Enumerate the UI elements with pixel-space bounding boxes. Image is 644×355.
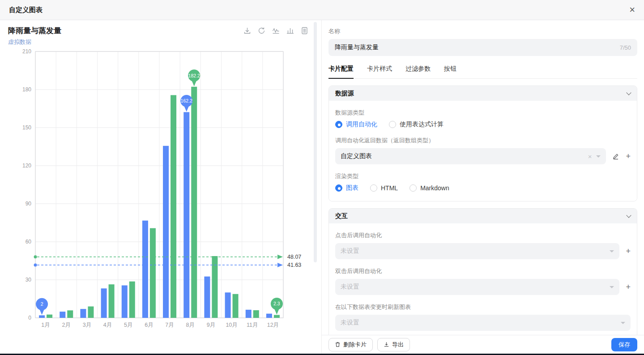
dblclick-automation-select[interactable]: 未设置 — [335, 279, 619, 295]
svg-text:30: 30 — [26, 277, 32, 283]
caret-down-icon — [610, 250, 614, 255]
close-icon[interactable]: × — [629, 5, 635, 15]
edit-pencil-icon[interactable] — [612, 153, 619, 160]
radio-markdown[interactable]: Markdown — [409, 184, 449, 192]
add-dblclick-automation-icon[interactable]: + — [626, 283, 631, 291]
svg-text:41.63: 41.63 — [287, 262, 301, 268]
datasource-card: 数据源 数据源类型 调用自动化 — [328, 86, 637, 201]
click-automation-placeholder: 未设置 — [341, 247, 610, 255]
render-type-options: 图表 HTML Markdown — [335, 184, 631, 192]
config-panel: 名称 降雨量与蒸发量 7/50 卡片配置 卡片样式 过滤参数 按钮 数据源 — [322, 20, 644, 355]
tab-buttons[interactable]: 按钮 — [444, 65, 456, 78]
automation-select[interactable]: 自定义图表 × — [335, 148, 606, 164]
render-type-label: 渲染类型 — [335, 172, 631, 180]
add-click-automation-icon[interactable]: + — [626, 247, 631, 255]
caret-down-icon — [610, 286, 614, 291]
svg-text:6月: 6月 — [145, 322, 153, 328]
radio-dot — [389, 121, 396, 128]
name-label: 名称 — [328, 27, 637, 35]
tab-card-style[interactable]: 卡片样式 — [367, 65, 392, 78]
radio-dot — [370, 184, 377, 192]
name-input[interactable]: 降雨量与蒸发量 7/50 — [328, 39, 637, 56]
datasource-type-label: 数据源类型 — [335, 109, 631, 117]
name-counter: 7/50 — [620, 44, 631, 51]
svg-text:4月: 4月 — [103, 322, 112, 328]
config-scroll-area: 名称 降雨量与蒸发量 7/50 卡片配置 卡片样式 过滤参数 按钮 数据源 — [322, 20, 644, 335]
config-tabs: 卡片配置 卡片样式 过滤参数 按钮 — [328, 65, 637, 79]
radio-dot — [335, 184, 342, 192]
datasource-title: 数据源 — [335, 90, 354, 98]
custom-chart-dialog: 自定义图表 × 降雨量与蒸发量 虚拟数据 — [0, 0, 644, 355]
dblclick-automation-label: 双击后调用自动化 — [335, 267, 631, 275]
svg-text:180: 180 — [22, 86, 31, 93]
svg-text:2月: 2月 — [62, 322, 71, 328]
radio-call-automation[interactable]: 调用自动化 — [335, 120, 377, 128]
svg-text:10月: 10月 — [226, 322, 237, 328]
name-value: 降雨量与蒸发量 — [335, 43, 379, 51]
dialog-header: 自定义图表 × — [0, 0, 644, 20]
export-button[interactable]: 导出 — [377, 338, 410, 351]
click-automation-label: 点击后调用自动化 — [335, 231, 631, 240]
radio-chart[interactable]: 图表 — [335, 184, 358, 192]
chart-panel-scrollbar[interactable] — [314, 22, 317, 262]
caret-down-icon — [621, 322, 625, 326]
delete-card-button[interactable]: 删除卡片 — [328, 338, 373, 351]
svg-text:5月: 5月 — [124, 322, 132, 328]
interaction-card-body: 点击后调用自动化 未设置 + 双击后调用自动化 — [329, 223, 637, 335]
click-automation-select[interactable]: 未设置 — [335, 243, 619, 259]
automation-select-value: 自定义图表 — [341, 152, 588, 160]
svg-text:60: 60 — [26, 239, 32, 245]
radio-html[interactable]: HTML — [370, 184, 398, 192]
svg-text:0: 0 — [28, 315, 31, 321]
radio-expression-calc[interactable]: 使用表达式计算 — [389, 120, 444, 128]
automation-data-label: 调用自动化返回数据（返回数组类型） — [335, 137, 631, 145]
svg-text:8月: 8月 — [186, 322, 195, 328]
caret-down-icon — [596, 155, 601, 160]
svg-text:2: 2 — [41, 301, 43, 307]
radio-dot — [335, 121, 342, 128]
trash-icon — [335, 342, 341, 347]
refresh-on-table-change-label: 在以下数据表变更时刷新图表 — [335, 303, 631, 311]
chart-panel: 降雨量与蒸发量 虚拟数据 03060901201501 — [0, 20, 322, 355]
clear-icon[interactable]: × — [588, 153, 592, 160]
tab-card-config[interactable]: 卡片配置 — [328, 65, 354, 78]
svg-text:210: 210 — [22, 48, 31, 55]
tab-filter-params[interactable]: 过滤参数 — [405, 65, 431, 78]
svg-text:9月: 9月 — [207, 322, 215, 328]
svg-text:11月: 11月 — [247, 322, 258, 328]
svg-text:7月: 7月 — [165, 322, 174, 328]
dialog-title: 自定义图表 — [9, 6, 43, 14]
svg-text:12月: 12月 — [267, 322, 279, 328]
datasource-type-options: 调用自动化 使用表达式计算 — [335, 120, 631, 128]
dblclick-automation-placeholder: 未设置 — [341, 283, 610, 291]
svg-text:150: 150 — [22, 124, 31, 131]
svg-text:182.2: 182.2 — [188, 73, 200, 78]
radio-dot — [409, 184, 417, 192]
svg-text:1月: 1月 — [41, 322, 50, 328]
datasource-card-body: 数据源类型 调用自动化 使用表达式计算 — [329, 101, 637, 201]
svg-text:48.07: 48.07 — [287, 254, 301, 260]
refresh-table-placeholder: 未设置 — [341, 319, 621, 327]
svg-text:90: 90 — [26, 201, 32, 207]
interaction-card-header[interactable]: 交互 — [329, 209, 637, 223]
rainfall-evaporation-chart[interactable]: 03060901201501802101月2月3月4月5月6月7月8月9月10月… — [0, 20, 322, 355]
chevron-down-icon — [626, 213, 631, 218]
svg-text:162.2: 162.2 — [181, 98, 192, 103]
export-download-icon — [384, 342, 389, 347]
refresh-table-select[interactable]: 未设置 — [335, 315, 631, 331]
save-button[interactable]: 保存 — [611, 338, 637, 351]
svg-text:3月: 3月 — [83, 322, 91, 328]
add-automation-icon[interactable]: + — [626, 152, 631, 160]
datasource-card-header[interactable]: 数据源 — [329, 86, 637, 101]
svg-text:120: 120 — [22, 163, 31, 169]
config-footer: 删除卡片 导出 保存 — [322, 335, 644, 354]
interaction-card: 交互 点击后调用自动化 未设置 + — [328, 208, 637, 335]
chevron-down-icon — [626, 90, 631, 95]
dialog-body: 降雨量与蒸发量 虚拟数据 03060901201501 — [0, 20, 644, 355]
interaction-title: 交互 — [335, 212, 348, 220]
svg-text:2.3: 2.3 — [273, 301, 280, 306]
